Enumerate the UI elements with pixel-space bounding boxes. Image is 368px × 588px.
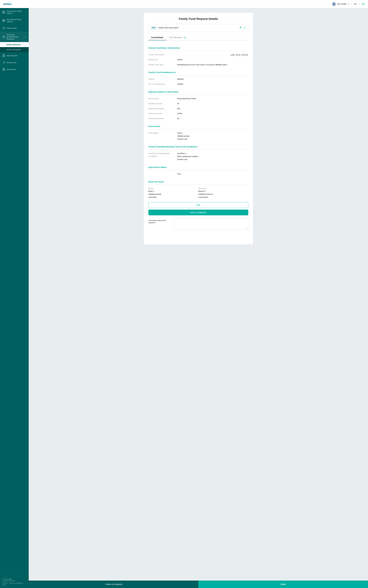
- banks-values: Bank 1 Additional bank Last bank: [148, 190, 198, 199]
- page-title: Family Fund Request Details: [148, 17, 248, 20]
- sidebar-item-references[interactable]: References: [0, 66, 29, 73]
- field-fund-name: Family Fund Name: بصالسال نواعتك مظنم: [148, 53, 248, 56]
- footer-terms-link[interactable]: Terms of Conditions: [9, 582, 23, 584]
- section-basic-info-title: Family Fund Basic Information: [148, 44, 248, 49]
- user-requests-icon: [2, 36, 5, 38]
- bank-item: Additional bank: [148, 193, 198, 196]
- sidebar-item-received-establishment-requests[interactable]: Received Establishment Requests ▲: [0, 32, 29, 42]
- footer-help-link[interactable]: Help: [2, 584, 6, 586]
- action-buttons: Edit Ask an Establisher: [148, 202, 248, 215]
- branch-item: Last branch: [198, 196, 248, 199]
- sidebar-subitem-branch-requests[interactable]: Branch Requests: [0, 47, 29, 52]
- field-street: Street Name: King Faisal East Street: [148, 97, 248, 100]
- section-membership-title: Family Fund Membership Terms and Conditi…: [148, 143, 248, 148]
- comments-label: Comments about the request *: [148, 218, 171, 224]
- divider: [148, 95, 248, 95]
- sidebar-subitem-entity-requests[interactable]: Entity Requests: [0, 42, 29, 47]
- ask-establisher-button[interactable]: Ask an Establisher: [148, 210, 248, 215]
- field-value: 10456: [177, 58, 248, 61]
- topbar: unua 👤 My Profile ▼ | EN | AR: [0, 0, 368, 8]
- tab-fund-details-label: Fund Details: [151, 36, 163, 39]
- field-label: Region:: [148, 78, 177, 81]
- lang-en-button[interactable]: EN: [354, 3, 357, 5]
- sidebar-submenu: Entity Requests Branch Requests: [0, 42, 29, 52]
- branch-item: Branch 1: [198, 190, 248, 193]
- sidebar-item-label: Nala Reports: [7, 55, 18, 57]
- field-label: Apartment Number:: [148, 107, 177, 110]
- field-value: Jeddah: [177, 83, 248, 86]
- gear-icon: [2, 19, 5, 22]
- sidebar-item-supervisory-entity-admins[interactable]: Supervisory Entity Admins: [0, 8, 29, 16]
- field-value: Condition 1 Other additional condition A…: [177, 152, 248, 161]
- comments-row: Comments about the request *: [148, 218, 248, 230]
- sidebar-item-specialized-entity-admins[interactable]: Specialized Entity Admins: [0, 16, 29, 25]
- field-label: Street Name:: [148, 97, 177, 100]
- field-label: [148, 173, 177, 175]
- lang-separator: |: [359, 3, 359, 5]
- field-building: Building Number: 26: [148, 102, 248, 105]
- field-agreement-status: True: [148, 173, 248, 175]
- eye-icon[interactable]: 👁: [239, 26, 242, 29]
- bank-item: Bank 1: [148, 190, 198, 193]
- section-fund-goals-title: Fund Goals: [148, 122, 248, 128]
- field-additional-number: Additional Number: 45: [148, 117, 248, 120]
- topbar-right: 👤 My Profile ▼ | EN | AR: [332, 2, 365, 6]
- back-button[interactable]: < Back to Requests: [29, 580, 198, 588]
- attachment-row: PDF Initial Policy document 👁 ⇓: [148, 24, 248, 31]
- section-agreement-title: Agreement Status: [148, 163, 248, 168]
- avatar: 👤: [332, 2, 336, 6]
- field-label: Request ID:: [148, 58, 177, 61]
- field-value: Makkah: [177, 78, 248, 81]
- svg-point-0: [3, 12, 4, 13]
- field-label: Family Fund Name:: [148, 53, 177, 56]
- field-label: Additional Number:: [148, 117, 177, 120]
- bank-item: Last bank: [148, 196, 198, 199]
- svg-point-1: [3, 20, 4, 21]
- tab-fund-details[interactable]: Fund Details: [148, 35, 166, 40]
- lang-divider: |: [351, 3, 352, 5]
- field-value: Goal 1 Additional goal Another one: [177, 132, 248, 140]
- attachment-name: Initial Policy document: [158, 27, 238, 29]
- document-icon: [2, 54, 5, 57]
- sidebar-item-entities-list[interactable]: Entities List: [0, 59, 29, 66]
- field-bank-accounts: Banks: Bank 1 Additional bank Last bank …: [148, 187, 248, 199]
- sidebar-item-label: Received Establishment Requests: [7, 34, 24, 40]
- field-value: بصالسال نواعتك مظنم: [177, 53, 248, 56]
- sidebar-item-label: Entities List: [7, 61, 16, 64]
- field-value: 362: [177, 107, 248, 110]
- attachment-actions: 👁 ⇓: [239, 26, 246, 29]
- section-headquarters-title: Family Fund Headquarters: [148, 68, 248, 74]
- sidebar-item-nala-activity[interactable]: Nala Activity: [0, 25, 29, 32]
- sidebar-subitem-label: Branch Requests: [7, 48, 21, 51]
- footer-privacy-link[interactable]: Privacy: [2, 582, 8, 584]
- refresh-icon: [2, 27, 5, 30]
- sidebar-item-label: Supervisory Entity Admins: [7, 10, 27, 14]
- field-city: City or Governorate Jeddah: [148, 83, 248, 86]
- send-button[interactable]: Send: [198, 580, 368, 588]
- field-value: True: [177, 173, 248, 175]
- rights: All rights reserved: [2, 580, 27, 582]
- tab-fund-members-label: Fund Members: [169, 36, 183, 39]
- download-icon[interactable]: ⇓: [244, 26, 246, 29]
- field-label: Zip/Postal Code:: [148, 112, 177, 115]
- chevron-up-icon: ▲: [25, 36, 27, 38]
- field-value: 26: [177, 102, 248, 105]
- section-bank-accounts-title: Bank Accounts: [148, 178, 248, 183]
- sidebar-item-nala-reports[interactable]: Nala Reports: [0, 52, 29, 59]
- sidebar-item-label: References: [7, 68, 16, 71]
- field-value: King Faisal East Street: [177, 97, 248, 100]
- divider: [148, 75, 248, 75]
- field-label: Building Number:: [148, 102, 177, 105]
- profile-button[interactable]: 👤 My Profile ▼: [332, 2, 349, 6]
- lang-ar-button[interactable]: AR: [362, 3, 365, 5]
- tabs: Fund Details Fund Members 10: [148, 35, 248, 40]
- field-apartment: Apartment Number: 362: [148, 107, 248, 110]
- profile-label: My Profile: [337, 3, 346, 5]
- edit-button[interactable]: Edit: [148, 202, 248, 208]
- branch-item: Additional branch: [198, 193, 248, 196]
- tab-fund-members[interactable]: Fund Members 10: [166, 35, 189, 40]
- section-national-address-title: National Address Information: [148, 88, 248, 93]
- list-icon: [2, 61, 5, 64]
- field-value: Establishing the fund in the name of a p…: [177, 63, 248, 66]
- comments-textarea[interactable]: [174, 218, 248, 230]
